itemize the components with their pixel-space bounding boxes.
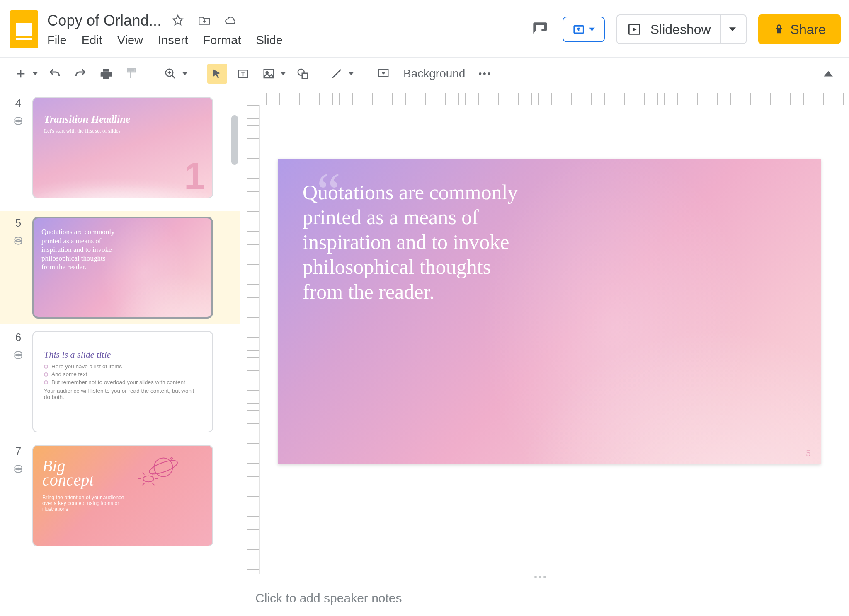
comments-icon[interactable] xyxy=(529,19,551,40)
slideshow-button[interactable]: Slideshow xyxy=(616,14,747,44)
shape-button[interactable] xyxy=(293,64,313,84)
line-button[interactable] xyxy=(327,64,347,84)
thumb4-title: Transition Headline xyxy=(44,114,130,125)
thumb6-title: This is a slide title xyxy=(44,349,111,360)
planet-icon xyxy=(138,454,179,487)
thumb4-big-number: 1 xyxy=(184,155,205,198)
menu-view[interactable]: View xyxy=(117,34,143,47)
collapse-toolbar-icon[interactable] xyxy=(818,64,838,84)
transition-icon xyxy=(13,350,24,360)
insert-image-button[interactable] xyxy=(259,64,279,84)
slide-number: 5 xyxy=(15,217,21,229)
move-to-folder-icon[interactable] xyxy=(197,14,211,28)
title-bar: Copy of Orland... File Edit View Insert … xyxy=(0,0,849,57)
canvas-area: “ Quotations are commonly printed as a m… xyxy=(240,90,849,616)
thumbnail-panel[interactable]: 4 Transition Headline Let's start with t… xyxy=(0,90,240,616)
app-logo-icon[interactable] xyxy=(10,10,38,48)
svg-point-19 xyxy=(148,458,179,477)
background-button[interactable]: Background xyxy=(399,67,469,80)
notes-resize-handle[interactable] xyxy=(240,574,849,580)
undo-button[interactable] xyxy=(45,64,65,84)
slide-page-number: 5 xyxy=(806,447,811,459)
print-button[interactable] xyxy=(96,64,116,84)
horizontal-ruler[interactable] xyxy=(260,93,849,105)
menu-slide[interactable]: Slide xyxy=(256,34,283,47)
insert-image-dropdown[interactable] xyxy=(279,64,287,84)
redo-button[interactable] xyxy=(70,64,90,84)
share-label: Share xyxy=(791,22,826,37)
document-title[interactable]: Copy of Orland... xyxy=(47,12,162,29)
transition-icon xyxy=(13,116,24,126)
slide-quote-text[interactable]: Quotations are commonly printed as a mea… xyxy=(303,180,526,304)
slide-thumbnail-7[interactable]: Big concept Bring the attention of your … xyxy=(32,445,213,546)
svg-point-20 xyxy=(143,476,154,482)
thumb5-text: Quotations are commonly printed as a mea… xyxy=(41,227,120,271)
more-toolbar-icon[interactable]: ••• xyxy=(475,64,495,84)
menu-bar: File Edit View Insert Format Slide xyxy=(47,34,521,47)
thumb4-subtitle: Let's start with the first set of slides xyxy=(44,128,121,134)
thumb7-subtitle: Bring the attention of your audience ove… xyxy=(42,495,125,512)
slide-thumbnail-5[interactable]: Quotations are commonly printed as a mea… xyxy=(32,217,213,318)
menu-insert[interactable]: Insert xyxy=(158,34,188,47)
thumb7-title: Big concept xyxy=(42,459,94,487)
zoom-button[interactable] xyxy=(160,64,180,84)
cloud-status-icon[interactable] xyxy=(224,14,238,28)
new-slide-button[interactable] xyxy=(11,64,31,84)
text-box-button[interactable] xyxy=(233,64,253,84)
slideshow-label: Slideshow xyxy=(650,22,711,37)
thumb6-body: Here you have a list of items And some t… xyxy=(44,363,201,400)
svg-rect-5 xyxy=(264,70,274,78)
star-icon[interactable] xyxy=(171,14,185,28)
transition-icon xyxy=(13,235,24,246)
menu-format[interactable]: Format xyxy=(203,34,241,47)
speaker-notes-input[interactable]: Click to add speaker notes xyxy=(240,580,849,616)
menu-file[interactable]: File xyxy=(47,34,67,47)
select-tool-button[interactable] xyxy=(207,64,227,84)
toolbar: Background ••• xyxy=(0,57,849,90)
new-slide-dropdown[interactable] xyxy=(32,64,39,84)
paint-format-button[interactable] xyxy=(122,64,142,84)
slide-thumbnail-6[interactable]: This is a slide title Here you have a li… xyxy=(32,331,213,432)
slide-number: 6 xyxy=(15,331,21,344)
main-slide[interactable]: “ Quotations are commonly printed as a m… xyxy=(278,159,821,464)
vertical-ruler[interactable] xyxy=(247,105,260,574)
present-from-start-button[interactable] xyxy=(563,17,605,42)
workspace: 4 Transition Headline Let's start with t… xyxy=(0,90,849,616)
zoom-dropdown[interactable] xyxy=(181,64,189,84)
insert-comment-button[interactable] xyxy=(374,64,393,84)
line-dropdown[interactable] xyxy=(347,64,355,84)
thumbnail-scrollbar[interactable] xyxy=(231,115,238,165)
transition-icon xyxy=(13,464,24,474)
slide-number: 4 xyxy=(15,97,21,110)
slide-stage[interactable]: “ Quotations are commonly printed as a m… xyxy=(260,105,849,574)
menu-edit[interactable]: Edit xyxy=(82,34,102,47)
share-button[interactable]: Share xyxy=(758,14,841,44)
slide-number: 7 xyxy=(15,445,21,458)
svg-rect-8 xyxy=(302,73,308,79)
slide-thumbnail-4[interactable]: Transition Headline Let's start with the… xyxy=(32,97,213,198)
slideshow-dropdown[interactable] xyxy=(720,15,736,43)
